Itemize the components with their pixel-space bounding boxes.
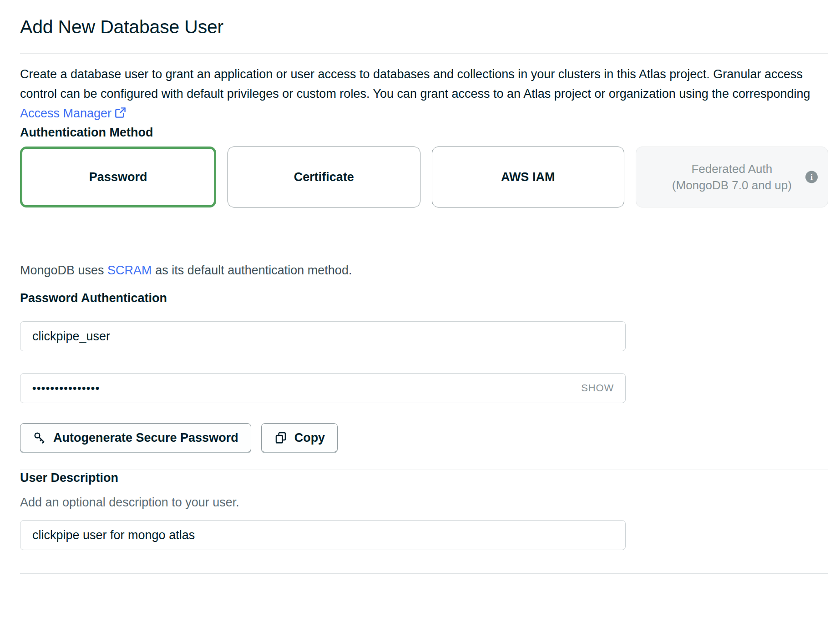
user-description-input[interactable] (20, 520, 626, 550)
auth-option-certificate[interactable]: Certificate (228, 147, 420, 207)
password-buttons-row: Autogenerate Secure Password Copy (20, 423, 828, 452)
autogenerate-password-label: Autogenerate Secure Password (53, 431, 238, 445)
user-description-helper: Add an optional description to your user… (20, 495, 828, 510)
auth-option-password[interactable]: Password (20, 147, 216, 207)
scram-link[interactable]: SCRAM (107, 263, 152, 277)
password-field-wrap: SHOW (20, 373, 626, 403)
bottom-divider (20, 573, 828, 574)
copy-password-label: Copy (294, 431, 325, 445)
auth-method-options: Password Certificate AWS IAM Federated A… (20, 147, 828, 207)
key-icon (33, 431, 46, 445)
external-link-icon (114, 105, 127, 125)
auth-option-password-label: Password (89, 170, 147, 184)
divider (20, 53, 828, 54)
info-icon[interactable]: i (805, 171, 818, 183)
scram-note-after: as its default authentication method. (152, 263, 352, 277)
copy-password-button[interactable]: Copy (261, 423, 338, 452)
auth-option-federated-label: Federated Auth (MongoDB 7.0 and up) (672, 161, 792, 193)
divider (20, 245, 828, 245)
auth-option-federated-auth: Federated Auth (MongoDB 7.0 and up) i (636, 147, 828, 207)
auth-option-aws-iam[interactable]: AWS IAM (432, 147, 624, 207)
description-field-wrap (20, 520, 626, 550)
intro-paragraph: Create a database user to grant an appli… (20, 65, 822, 125)
scram-note: MongoDB uses SCRAM as its default authen… (20, 263, 828, 278)
access-manager-link[interactable]: Access Manager (20, 106, 111, 120)
auth-option-aws-iam-label: AWS IAM (501, 170, 555, 184)
auth-option-certificate-label: Certificate (294, 170, 354, 184)
copy-icon (274, 431, 288, 445)
scram-note-before: MongoDB uses (20, 263, 107, 277)
authentication-method-heading: Authentication Method (20, 125, 828, 140)
show-password-toggle[interactable]: SHOW (581, 382, 614, 394)
username-input[interactable] (20, 321, 626, 351)
password-input[interactable] (20, 373, 626, 403)
password-authentication-heading: Password Authentication (20, 290, 828, 306)
username-field-wrap (20, 321, 626, 351)
autogenerate-password-button[interactable]: Autogenerate Secure Password (20, 423, 251, 452)
user-description-heading: User Description (20, 470, 828, 486)
intro-text: Create a database user to grant an appli… (20, 67, 810, 101)
page-title: Add New Database User (20, 15, 828, 38)
add-database-user-form: Add New Database User Create a database … (20, 0, 828, 574)
